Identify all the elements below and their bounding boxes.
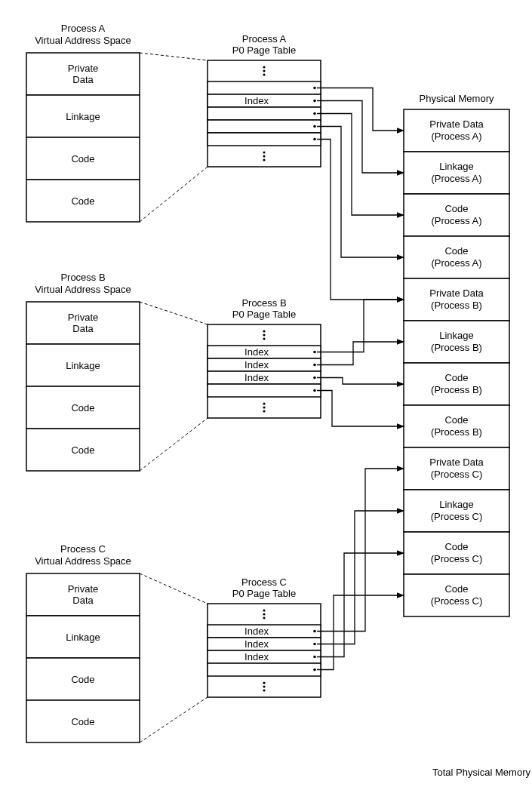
ellipsis-dot xyxy=(263,155,265,157)
pt-title: Process A xyxy=(242,33,287,45)
vas-pt-link xyxy=(140,53,208,60)
pt-connector-dot xyxy=(313,377,316,380)
pt-entry xyxy=(208,133,321,146)
pt-entry xyxy=(208,384,321,397)
pt-index-label: Index xyxy=(244,372,269,383)
pt-phys-arrow xyxy=(317,140,404,300)
phys-title: Physical Memory xyxy=(420,93,494,104)
ellipsis-dot xyxy=(263,616,265,619)
ellipsis-dot xyxy=(263,406,265,408)
pt-phys-arrow xyxy=(317,378,404,385)
vas-title: Process B xyxy=(60,272,105,283)
pt-connector-dot xyxy=(313,351,316,354)
phys-line1: Linkage xyxy=(439,161,474,172)
phys-line1: Code xyxy=(444,583,468,595)
vas-subtitle: Virtual Address Space xyxy=(35,555,131,567)
phys-line1: Private Data xyxy=(429,118,484,130)
ellipsis-dot xyxy=(263,609,265,611)
pt-phys-arrow xyxy=(317,88,404,131)
pt-phys-arrow xyxy=(317,342,404,365)
vas-title: Process A xyxy=(61,23,106,34)
phys-line1: Linkage xyxy=(439,499,474,510)
phys-line2: (Process C) xyxy=(431,469,483,480)
phys-line1: Code xyxy=(444,372,468,383)
pt-connector-dot xyxy=(313,125,316,128)
phys-line2: (Process B) xyxy=(431,426,482,438)
pt-phys-arrow xyxy=(317,595,404,670)
pt-phys-arrow xyxy=(317,114,404,216)
pt-subtitle: P0 Page Table xyxy=(232,45,296,56)
pt-phys-arrow xyxy=(317,300,404,352)
vas-label: Code xyxy=(71,444,94,456)
ellipsis-dot xyxy=(263,334,265,336)
pt-connector-dot xyxy=(313,630,316,633)
memory-diagram: Physical MemoryPrivate Data(Process A)Li… xyxy=(0,0,532,787)
phys-line2: (Process C) xyxy=(431,553,483,564)
pt-title: Process B xyxy=(241,297,286,309)
vas-title: Process C xyxy=(60,543,106,555)
phys-line2: (Process A) xyxy=(431,131,481,142)
pt-connector-dot xyxy=(313,364,316,367)
vas-pt-link xyxy=(140,573,208,604)
phys-line2: (Process C) xyxy=(431,595,483,607)
vas-label: Code xyxy=(71,674,94,685)
pt-phys-arrow xyxy=(317,469,404,632)
phys-line2: (Process C) xyxy=(431,511,483,522)
vas-label: Code xyxy=(71,153,94,164)
ellipsis-dot xyxy=(263,681,265,684)
footer-note: Total Physical Memory Needed: 9 Pages xyxy=(432,767,532,778)
pt-index-label: Index xyxy=(244,346,269,358)
pt-phys-arrow xyxy=(317,553,404,657)
pt-phys-arrow xyxy=(317,127,404,258)
phys-line1: Private Data xyxy=(429,457,484,468)
vas-label: Linkage xyxy=(66,111,100,122)
ellipsis-dot xyxy=(263,151,265,153)
pt-subtitle: P0 Page Table xyxy=(232,588,296,599)
pt-index-label: Index xyxy=(244,95,269,106)
pt-index-label: Index xyxy=(244,638,269,650)
phys-line2: (Process A) xyxy=(431,173,481,184)
vas-label: Linkage xyxy=(66,632,100,643)
ellipsis-dot xyxy=(263,158,265,161)
vas-pt-link xyxy=(140,302,208,324)
phys-line1: Code xyxy=(444,541,468,552)
phys-line2: (Process A) xyxy=(431,257,481,269)
ellipsis-dot xyxy=(263,402,265,404)
pt-phys-arrow xyxy=(317,101,404,174)
pt-phys-arrow xyxy=(317,511,404,644)
phys-line1: Linkage xyxy=(439,330,474,341)
pt-entry xyxy=(208,81,321,94)
ellipsis-dot xyxy=(263,685,265,687)
pt-title: Process C xyxy=(241,576,287,588)
pt-subtitle: P0 Page Table xyxy=(232,309,296,320)
vas-pt-link xyxy=(140,418,208,471)
ellipsis-dot xyxy=(263,337,265,340)
pt-phys-arrow xyxy=(317,391,404,427)
pt-index-label: Index xyxy=(244,626,269,637)
pt-entry xyxy=(208,107,321,120)
pt-connector-dot xyxy=(313,112,316,115)
pt-entry xyxy=(208,663,321,676)
pt-connector-dot xyxy=(313,138,316,141)
ellipsis-dot xyxy=(263,410,265,412)
phys-line2: (Process A) xyxy=(431,215,481,226)
vas-label: Code xyxy=(71,195,94,207)
phys-line1: Code xyxy=(444,203,468,214)
vas-label: Linkage xyxy=(66,360,100,371)
phys-line1: Private Data xyxy=(429,287,484,299)
ellipsis-dot xyxy=(263,689,265,691)
pt-index-label: Index xyxy=(244,651,269,662)
ellipsis-dot xyxy=(263,69,265,72)
phys-line2: (Process B) xyxy=(431,300,482,311)
pt-connector-dot xyxy=(313,389,316,392)
vas-pt-link xyxy=(140,697,208,742)
pt-index-label: Index xyxy=(244,359,269,370)
vas-pt-link xyxy=(140,167,208,222)
vas-label: Code xyxy=(71,402,94,413)
vas-label: Code xyxy=(71,716,94,727)
phys-line1: Code xyxy=(444,245,468,257)
pt-connector-dot xyxy=(313,669,316,672)
ellipsis-dot xyxy=(263,613,265,615)
phys-line2: (Process B) xyxy=(431,384,482,395)
vas-subtitle: Virtual Address Space xyxy=(35,35,131,46)
